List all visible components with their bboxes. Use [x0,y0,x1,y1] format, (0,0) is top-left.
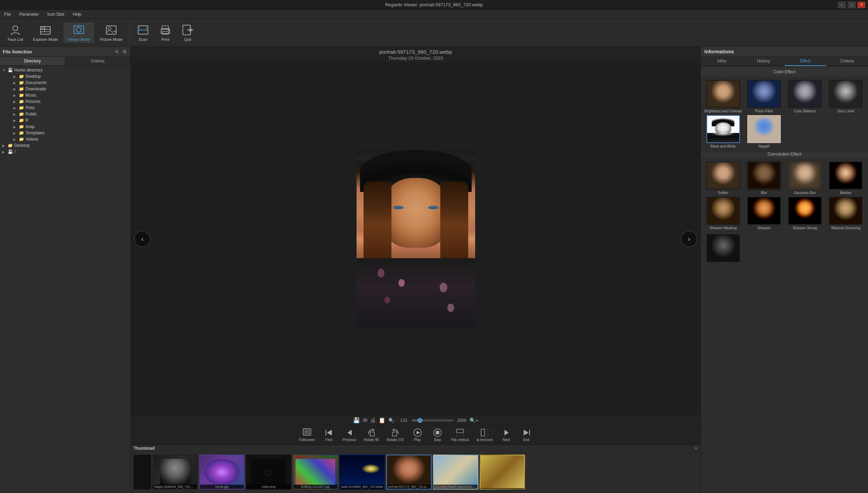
tree-item-documents[interactable]: ▶ 📁 Documents [0,80,130,86]
thumb-8[interactable] [480,455,525,490]
effect-grey-level[interactable]: Grey Level [826,80,865,113]
print-button[interactable]: Print [155,22,176,43]
tree-item-plots[interactable]: ▶ 📁 Plots [0,105,130,111]
picture-mode-button[interactable]: Picture Mode [96,22,127,43]
menubar: File Parameter Icon Size Help [0,10,868,19]
end-button[interactable]: End [517,427,536,443]
tree-item-pictures[interactable]: ▶ 📁 Pictures [0,98,130,105]
menu-file[interactable]: File [3,11,12,17]
sidebar-tab-criteria[interactable]: Criteria [65,57,130,65]
effect-brightness-contrast[interactable]: Brightness and Contrast [704,80,742,113]
save-icon[interactable]: 💾 [353,417,360,424]
thumbnail-close-btn[interactable]: ✕ [694,446,698,451]
tree-item-root[interactable]: ▶ 💾 / [0,149,130,155]
panel-tab-effect[interactable]: Effect [785,57,826,66]
effect-sharpen-masking[interactable]: Sharpen Masking [704,197,742,230]
svg-rect-26 [370,432,374,436]
tree-item-desktop2[interactable]: ▶ 📁 Desktop [0,142,130,149]
effect-negatif[interactable]: Negatif [744,115,783,148]
effect-gaussian-blur[interactable]: Gaussian Blur [786,162,824,195]
tree-item-desktop1[interactable]: ▶ 📁 Desktop [0,73,130,80]
effect-label-soften: Soften [718,191,728,195]
thumb-0[interactable] [134,455,151,490]
scan-button[interactable]: Scan [133,22,154,43]
tree-item-templates[interactable]: ▶ 📁 Templates [0,130,130,136]
tree-item-downloads[interactable]: ▶ 📁 Downloads [0,86,130,92]
thumbnail-scroll[interactable]: happy-1836445_960_720.webp horse.jpg ▢ i… [131,452,701,493]
print-icon-small[interactable]: 🖨 [370,417,376,424]
viewer-mode-button[interactable]: Viewer Mode [63,22,94,43]
sidebar-close-btn[interactable]: ✕ [114,48,120,55]
quit-label: Quit [184,37,191,42]
effect-sharpen-strong[interactable]: Sharpen Strong [786,197,824,230]
window-controls[interactable]: ─ □ ✕ [838,2,865,8]
window-title: Regards Viewer :portrait-597173_960_720.… [385,2,483,7]
zoom-slider-handle[interactable] [418,418,422,423]
svg-marker-39 [504,430,509,435]
fullscreen-button[interactable]: Fullscreen [295,427,319,443]
tree-item-r[interactable]: ▶ 📁 R [0,117,130,124]
tree-item-public[interactable]: ▶ 📁 Public [0,111,130,117]
thumb-7[interactable]: pra-nang-beach-panorama-1332155.jpg [433,455,478,490]
effect-extra1[interactable] [704,234,742,263]
thumb-2[interactable]: horse.jpg [199,455,245,490]
play-button[interactable]: Play [408,427,427,443]
tree-item-home[interactable]: ▼ 💾 Home directory [0,67,130,73]
panel-tab-criteria[interactable]: Criteria [826,57,868,66]
thumb-1[interactable]: happy-1836445_960_720.webp [152,455,198,490]
thumb-3[interactable]: ▢ index.png [246,455,291,490]
close-button[interactable]: ✕ [858,2,865,8]
zoom-out-icon[interactable]: 🔍- [388,418,396,423]
effect-sharpen[interactable]: Sharpen [744,197,783,230]
effect-blur[interactable]: Blur [744,162,783,195]
minimize-button[interactable]: ─ [838,2,846,8]
thumb-6[interactable]: portrait-597173_960_720.webp [386,455,432,490]
effect-bilateral-denoising[interactable]: Bilateral Denoising [826,197,865,230]
previous-button[interactable]: Previous [339,427,360,443]
thumb-5[interactable]: park-3116883_960_720.webp [339,455,385,490]
effect-thumb-blur [747,162,781,189]
tree-item-snap[interactable]: ▶ 📁 snap [0,124,130,130]
titlebar: Regards Viewer :portrait-597173_960_720.… [0,0,868,10]
thumb-4[interactable]: knitting-1411937.jpg [293,455,338,490]
explorer-mode-button[interactable]: Explorer Mode [29,22,62,43]
first-button[interactable]: First [319,427,338,443]
next-image-button[interactable]: › [681,231,697,247]
sidebar-settings-btn[interactable]: ⚙ [121,48,128,55]
panel-tab-infos[interactable]: Infos [701,57,743,66]
sidebar-tab-directory[interactable]: Directory [0,57,65,65]
menu-help[interactable]: Help [72,11,83,17]
zoom-in-icon[interactable]: 🔍+ [470,418,478,423]
panel-tab-history[interactable]: History [743,57,785,66]
effect-color-balance[interactable]: Color Balance [786,80,824,113]
next-button[interactable]: Next [497,427,516,443]
effect-photo-filtre[interactable]: Photo Filtre [744,80,783,113]
copy-icon[interactable]: 📋 [379,417,386,424]
zoom-slider[interactable] [412,419,454,421]
effect-black-and-white[interactable]: Black and White [704,115,742,148]
svg-rect-33 [457,429,464,433]
prev-image-button[interactable]: ‹ [134,231,150,247]
stop-button[interactable]: Stop [428,427,447,443]
flip-horizontal-button[interactable]: ip horizont [473,427,496,443]
thumb-label-2: horse.jpg [200,485,244,489]
effect-median[interactable]: Median [826,162,865,195]
rotate90-button[interactable]: Rotate 90 [360,427,382,443]
rotate270-button[interactable]: Rotate 270 [383,427,407,443]
tree-item-music[interactable]: ▶ 📁 Music [0,92,130,98]
face-list-button[interactable]: Face List [3,22,28,43]
effect-soften[interactable]: Soften [704,162,742,195]
tree-item-videos[interactable]: ▶ 📁 Videos [0,136,130,142]
email-icon[interactable]: ✉ [363,417,367,424]
maximize-button[interactable]: □ [848,2,855,8]
sidebar-header: File Selection ✕ ⚙ [0,47,130,57]
menu-parameter[interactable]: Parameter [18,11,40,17]
folder-icon-r: 📁 [19,118,24,123]
svg-marker-23 [327,430,332,435]
flip-vertical-button[interactable]: Flip vertical [448,427,472,443]
sidebar-header-buttons: ✕ ⚙ [114,48,128,55]
menu-icon-size[interactable]: Icon Size [46,11,66,17]
effect-label-brightness: Brightness and Contrast [704,109,742,113]
svg-rect-2 [40,27,45,29]
quit-button[interactable]: Quit [177,22,198,43]
